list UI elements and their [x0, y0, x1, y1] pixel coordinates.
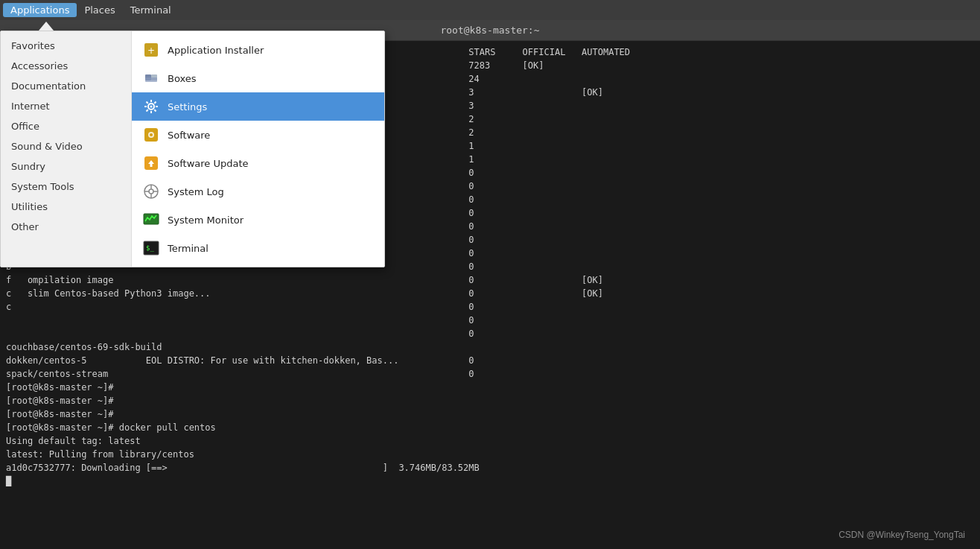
panel-item-software-label: Software — [168, 130, 210, 141]
application-installer-icon: + — [142, 41, 160, 59]
menubar-places[interactable]: Places — [77, 3, 122, 17]
panel-item-system-log-label: System Log — [168, 186, 224, 197]
panel-item-terminal[interactable]: $_ Terminal — [132, 234, 384, 262]
panel-item-system-log[interactable]: System Log — [132, 177, 384, 206]
dropdown-container: Favorites Accessories Documentation Inte… — [0, 31, 385, 267]
terminal-title: root@k8s-master:~ — [440, 25, 539, 36]
sidebar-item-sundry[interactable]: Sundry — [1, 156, 131, 177]
svg-line-14 — [147, 110, 148, 111]
svg-text:+: + — [147, 45, 155, 56]
panel-item-software-update[interactable]: Software Update — [132, 149, 384, 177]
svg-point-6 — [150, 106, 153, 108]
sidebar-item-office[interactable]: Office — [1, 116, 131, 136]
sidebar-item-documentation[interactable]: Documentation — [1, 76, 131, 96]
svg-line-11 — [147, 102, 148, 104]
panel-item-terminal-label: Terminal — [168, 243, 209, 254]
svg-text:$_: $_ — [146, 244, 154, 252]
sidebar-item-accessories[interactable]: Accessories — [1, 56, 131, 76]
sidebar-item-system-tools[interactable]: System Tools — [1, 177, 131, 197]
sidebar-item-internet[interactable]: Internet — [1, 96, 131, 116]
dropdown-caret — [39, 20, 54, 31]
panel-item-application-installer[interactable]: + Application Installer — [132, 36, 384, 64]
software-icon — [142, 126, 160, 144]
svg-point-17 — [150, 133, 153, 136]
panel-item-software[interactable]: Software — [132, 121, 384, 149]
panel-item-system-monitor-label: System Monitor — [168, 215, 244, 226]
sidebar-item-utilities[interactable]: Utilities — [1, 197, 131, 217]
sidebar-item-favorites[interactable]: Favorites — [1, 36, 131, 56]
system-log-icon — [142, 183, 160, 200]
panel-item-system-monitor[interactable]: System Monitor — [132, 206, 384, 234]
svg-rect-4 — [145, 77, 157, 82]
panel-item-settings[interactable]: Settings — [132, 92, 384, 121]
dropdown-panel: + Application Installer Boxes — [131, 31, 384, 267]
panel-item-boxes-label: Boxes — [168, 73, 197, 84]
svg-line-13 — [154, 102, 156, 104]
menubar-applications[interactable]: Applications — [3, 3, 77, 17]
dropdown-sidebar: Favorites Accessories Documentation Inte… — [1, 31, 131, 267]
panel-item-application-installer-label: Application Installer — [168, 45, 264, 56]
menubar: Applications Places Terminal — [0, 0, 980, 20]
software-update-icon — [142, 154, 160, 172]
panel-item-software-update-label: Software Update — [168, 158, 249, 169]
panel-item-settings-label: Settings — [168, 101, 207, 112]
menubar-terminal[interactable]: Terminal — [123, 3, 179, 17]
terminal-icon: $_ — [142, 239, 160, 257]
sidebar-item-other[interactable]: Other — [1, 217, 131, 237]
sidebar-item-sound-video[interactable]: Sound & Video — [1, 136, 131, 156]
dropdown-overlay: Favorites Accessories Documentation Inte… — [0, 20, 385, 267]
svg-line-12 — [154, 110, 156, 111]
system-monitor-icon — [142, 211, 160, 229]
panel-item-boxes[interactable]: Boxes — [132, 64, 384, 92]
settings-icon — [142, 98, 160, 115]
watermark: CSDN @WinkeyTseng_YongTai — [839, 530, 965, 540]
svg-point-20 — [149, 189, 153, 194]
boxes-icon — [142, 69, 160, 87]
